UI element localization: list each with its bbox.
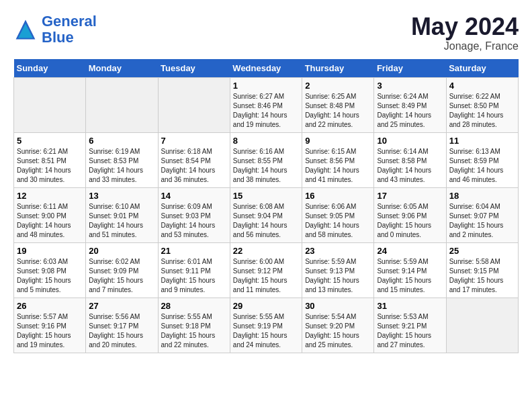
day-number: 6	[89, 136, 154, 146]
day-number: 4	[449, 81, 515, 91]
calendar-cell: 15Sunrise: 6:08 AM Sunset: 9:04 PM Dayli…	[230, 187, 302, 242]
calendar-cell: 19Sunrise: 6:03 AM Sunset: 9:08 PM Dayli…	[14, 242, 86, 298]
page-header: General Blue May 2024 Jonage, France	[13, 13, 519, 52]
day-number: 20	[89, 246, 154, 256]
day-info: Sunrise: 5:59 AM Sunset: 9:13 PM Dayligh…	[305, 257, 371, 295]
day-number: 14	[161, 191, 227, 201]
logo: General Blue	[13, 13, 97, 46]
calendar-cell: 4Sunrise: 6:22 AM Sunset: 8:50 PM Daylig…	[446, 77, 518, 132]
calendar-week-row: 12Sunrise: 6:11 AM Sunset: 9:00 PM Dayli…	[14, 187, 519, 242]
calendar-cell: 2Sunrise: 6:25 AM Sunset: 8:48 PM Daylig…	[302, 77, 374, 132]
weekday-label: Thursday	[302, 59, 374, 78]
calendar-cell: 21Sunrise: 6:01 AM Sunset: 9:11 PM Dayli…	[158, 242, 230, 298]
location: Jonage, France	[411, 40, 519, 52]
day-info: Sunrise: 5:55 AM Sunset: 9:19 PM Dayligh…	[233, 312, 299, 350]
day-info: Sunrise: 6:22 AM Sunset: 8:50 PM Dayligh…	[449, 92, 515, 130]
calendar-cell: 6Sunrise: 6:19 AM Sunset: 8:53 PM Daylig…	[86, 132, 158, 187]
calendar-header: SundayMondayTuesdayWednesdayThursdayFrid…	[14, 59, 519, 78]
calendar-cell	[446, 298, 518, 353]
day-info: Sunrise: 5:59 AM Sunset: 9:14 PM Dayligh…	[377, 257, 443, 295]
day-number: 16	[305, 191, 371, 201]
calendar-week-row: 1Sunrise: 6:27 AM Sunset: 8:46 PM Daylig…	[14, 77, 519, 132]
calendar-cell: 10Sunrise: 6:14 AM Sunset: 8:58 PM Dayli…	[374, 132, 446, 187]
day-info: Sunrise: 6:09 AM Sunset: 9:03 PM Dayligh…	[161, 202, 227, 240]
day-info: Sunrise: 5:54 AM Sunset: 9:20 PM Dayligh…	[305, 312, 371, 350]
calendar-cell: 29Sunrise: 5:55 AM Sunset: 9:19 PM Dayli…	[230, 298, 302, 353]
calendar-cell: 3Sunrise: 6:24 AM Sunset: 8:49 PM Daylig…	[374, 77, 446, 132]
month-title: May 2024	[411, 13, 519, 40]
calendar-cell: 23Sunrise: 5:59 AM Sunset: 9:13 PM Dayli…	[302, 242, 374, 298]
calendar-cell: 18Sunrise: 6:04 AM Sunset: 9:07 PM Dayli…	[446, 187, 518, 242]
day-number: 31	[377, 301, 443, 311]
day-number: 15	[233, 191, 299, 201]
calendar-cell: 14Sunrise: 6:09 AM Sunset: 9:03 PM Dayli…	[158, 187, 230, 242]
calendar-week-row: 19Sunrise: 6:03 AM Sunset: 9:08 PM Dayli…	[14, 242, 519, 298]
weekday-label: Monday	[86, 59, 158, 78]
day-info: Sunrise: 6:18 AM Sunset: 8:54 PM Dayligh…	[161, 147, 227, 185]
day-info: Sunrise: 5:57 AM Sunset: 9:16 PM Dayligh…	[17, 312, 83, 350]
day-info: Sunrise: 6:00 AM Sunset: 9:12 PM Dayligh…	[233, 257, 299, 295]
day-info: Sunrise: 6:25 AM Sunset: 8:48 PM Dayligh…	[305, 92, 371, 130]
weekday-label: Friday	[374, 59, 446, 78]
day-info: Sunrise: 6:14 AM Sunset: 8:58 PM Dayligh…	[377, 147, 443, 185]
day-number: 26	[17, 301, 83, 311]
day-info: Sunrise: 6:27 AM Sunset: 8:46 PM Dayligh…	[233, 92, 299, 130]
weekday-label: Saturday	[446, 59, 518, 78]
calendar-cell: 24Sunrise: 5:59 AM Sunset: 9:14 PM Dayli…	[374, 242, 446, 298]
calendar-cell: 26Sunrise: 5:57 AM Sunset: 9:16 PM Dayli…	[14, 298, 86, 353]
day-info: Sunrise: 5:58 AM Sunset: 9:15 PM Dayligh…	[449, 257, 515, 295]
calendar-cell: 17Sunrise: 6:05 AM Sunset: 9:06 PM Dayli…	[374, 187, 446, 242]
weekday-header-row: SundayMondayTuesdayWednesdayThursdayFrid…	[14, 59, 519, 78]
day-info: Sunrise: 6:03 AM Sunset: 9:08 PM Dayligh…	[17, 257, 83, 295]
day-info: Sunrise: 6:04 AM Sunset: 9:07 PM Dayligh…	[449, 202, 515, 240]
day-number: 25	[449, 246, 515, 256]
logo-text: General Blue	[42, 13, 97, 46]
day-number: 1	[233, 81, 299, 91]
calendar-body: 1Sunrise: 6:27 AM Sunset: 8:46 PM Daylig…	[14, 77, 519, 353]
day-info: Sunrise: 6:10 AM Sunset: 9:01 PM Dayligh…	[89, 202, 154, 240]
day-number: 12	[17, 191, 83, 201]
day-number: 28	[161, 301, 227, 311]
calendar-cell: 13Sunrise: 6:10 AM Sunset: 9:01 PM Dayli…	[86, 187, 158, 242]
day-number: 11	[449, 136, 515, 146]
calendar-cell: 7Sunrise: 6:18 AM Sunset: 8:54 PM Daylig…	[158, 132, 230, 187]
calendar-cell: 25Sunrise: 5:58 AM Sunset: 9:15 PM Dayli…	[446, 242, 518, 298]
day-info: Sunrise: 5:53 AM Sunset: 9:21 PM Dayligh…	[377, 312, 443, 350]
day-info: Sunrise: 6:19 AM Sunset: 8:53 PM Dayligh…	[89, 147, 154, 185]
calendar-cell: 5Sunrise: 6:21 AM Sunset: 8:51 PM Daylig…	[14, 132, 86, 187]
day-number: 24	[377, 246, 443, 256]
calendar-week-row: 5Sunrise: 6:21 AM Sunset: 8:51 PM Daylig…	[14, 132, 519, 187]
title-block: May 2024 Jonage, France	[411, 13, 519, 52]
weekday-label: Wednesday	[230, 59, 302, 78]
day-number: 22	[233, 246, 299, 256]
day-info: Sunrise: 6:05 AM Sunset: 9:06 PM Dayligh…	[377, 202, 443, 240]
weekday-label: Tuesday	[158, 59, 230, 78]
calendar-cell: 31Sunrise: 5:53 AM Sunset: 9:21 PM Dayli…	[374, 298, 446, 353]
calendar-cell: 1Sunrise: 6:27 AM Sunset: 8:46 PM Daylig…	[230, 77, 302, 132]
calendar-cell	[158, 77, 230, 132]
day-info: Sunrise: 6:11 AM Sunset: 9:00 PM Dayligh…	[17, 202, 83, 240]
weekday-label: Sunday	[14, 59, 86, 78]
day-info: Sunrise: 6:15 AM Sunset: 8:56 PM Dayligh…	[305, 147, 371, 185]
day-info: Sunrise: 6:08 AM Sunset: 9:04 PM Dayligh…	[233, 202, 299, 240]
day-number: 27	[89, 301, 154, 311]
calendar-cell: 27Sunrise: 5:56 AM Sunset: 9:17 PM Dayli…	[86, 298, 158, 353]
calendar-cell	[14, 77, 86, 132]
day-number: 13	[89, 191, 154, 201]
day-number: 21	[161, 246, 227, 256]
day-number: 3	[377, 81, 443, 91]
day-info: Sunrise: 6:01 AM Sunset: 9:11 PM Dayligh…	[161, 257, 227, 295]
day-info: Sunrise: 6:13 AM Sunset: 8:59 PM Dayligh…	[449, 147, 515, 185]
day-info: Sunrise: 6:16 AM Sunset: 8:55 PM Dayligh…	[233, 147, 299, 185]
day-number: 19	[17, 246, 83, 256]
calendar-week-row: 26Sunrise: 5:57 AM Sunset: 9:16 PM Dayli…	[14, 298, 519, 353]
calendar-cell: 28Sunrise: 5:55 AM Sunset: 9:18 PM Dayli…	[158, 298, 230, 353]
day-number: 29	[233, 301, 299, 311]
day-info: Sunrise: 5:56 AM Sunset: 9:17 PM Dayligh…	[89, 312, 154, 350]
calendar-cell: 11Sunrise: 6:13 AM Sunset: 8:59 PM Dayli…	[446, 132, 518, 187]
day-number: 17	[377, 191, 443, 201]
calendar-cell: 16Sunrise: 6:06 AM Sunset: 9:05 PM Dayli…	[302, 187, 374, 242]
day-number: 2	[305, 81, 371, 91]
day-number: 10	[377, 136, 443, 146]
calendar-cell: 22Sunrise: 6:00 AM Sunset: 9:12 PM Dayli…	[230, 242, 302, 298]
